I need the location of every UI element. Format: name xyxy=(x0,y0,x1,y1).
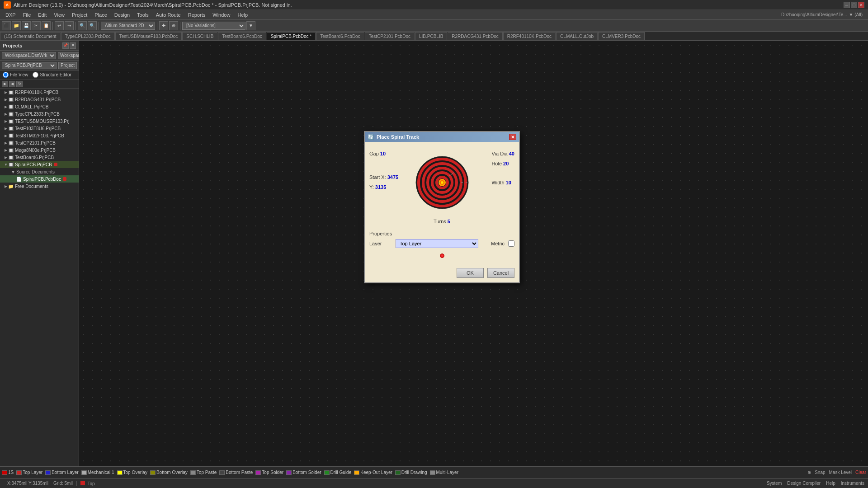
drill-drawing-item[interactable]: Drill Drawing xyxy=(395,470,427,475)
menu-project[interactable]: Project xyxy=(68,11,91,19)
toolbar-btn-zoom-out[interactable]: 🔍 xyxy=(88,21,97,30)
tab-typecpl[interactable]: TypeCPL2303.PcbDoc xyxy=(61,32,115,40)
top-layer-item[interactable]: Top Layer xyxy=(16,470,42,475)
tab-testboard[interactable]: TestBoard6.PcbDoc xyxy=(218,32,266,40)
tree-item-free-docs[interactable]: ▶ 📁 Free Documents xyxy=(0,183,79,190)
menu-tools[interactable]: Tools xyxy=(133,11,152,19)
tree-item-r2rdac[interactable]: ▶ 🔲 R2RDACG431.PrjPCB xyxy=(0,96,79,103)
workspace-combo[interactable]: Workspace1.DsnWrk xyxy=(2,52,56,59)
toolbar-btn-select[interactable]: ⊕ xyxy=(169,21,178,30)
top-overlay-item[interactable]: Top Overlay xyxy=(117,470,147,475)
tree-expand-button[interactable]: ▶ xyxy=(2,81,8,87)
bottom-paste-item[interactable]: Bottom Paste xyxy=(219,470,253,475)
tree-item-typecpl[interactable]: ▶ 🔲 TypeCPL2303.PrjPCB xyxy=(0,110,79,117)
project-icon-5: 🔲 xyxy=(8,119,14,124)
tab-clmver3[interactable]: CLMVER3.PcbDoc xyxy=(598,32,645,40)
toolbar-sep-4 xyxy=(157,22,157,30)
tab-r2rdac[interactable]: R2RDACG431.PcbDoc xyxy=(448,32,502,40)
menu-design[interactable]: Design xyxy=(111,11,133,19)
toolbar-btn-1[interactable]: ⬛ xyxy=(2,21,11,30)
tree-item-spiralpcb-doc[interactable]: 📄 SpiralPCB.PcbDoc xyxy=(0,175,79,183)
tab-schlib[interactable]: SCH.SCHLIB xyxy=(182,32,217,40)
tab-r2rf40[interactable]: R2RF40110K.PcbDoc xyxy=(503,32,556,40)
maximize-button[interactable]: □ xyxy=(851,2,857,8)
tree-item-testboard6[interactable]: ▶ 🔲 TestBoard6.PrjPCB xyxy=(0,154,79,161)
spiral-track-dialog[interactable]: 🔄 Place Spiral Track ✕ Gap 10 xyxy=(364,131,520,283)
menu-place[interactable]: Place xyxy=(91,11,111,19)
dialog-titlebar: 🔄 Place Spiral Track ✕ xyxy=(365,132,519,142)
top-layer-status-color xyxy=(80,481,85,485)
bottom-solder-item[interactable]: Bottom Solder xyxy=(286,470,321,475)
tree-item-teststm[interactable]: ▶ 🔲 TestSTM32F103.PrjPCB xyxy=(0,132,79,139)
menu-help[interactable]: Help xyxy=(234,11,251,19)
pcb-canvas[interactable]: 🔄 Place Spiral Track ✕ Gap 10 xyxy=(79,41,868,466)
instruments-label: Instruments xyxy=(841,481,864,486)
toolbar-btn-7[interactable]: ↪ xyxy=(65,21,74,30)
layer-select[interactable]: Top Layer Bottom Layer xyxy=(396,239,478,248)
mechanical1-layer-item[interactable]: Mechanical 1 xyxy=(81,470,114,475)
menu-dxp[interactable]: DXP xyxy=(2,11,19,19)
tab-testboard2[interactable]: TestBoard6.PcbDoc xyxy=(316,32,364,40)
menu-edit[interactable]: Edit xyxy=(34,11,50,19)
tree-item-r2rf40[interactable]: ▶ 🔲 R2RF40110K.PrjPCB xyxy=(0,89,79,96)
toolbar-btn-3[interactable]: 💾 xyxy=(22,21,31,30)
tree-item-testcp[interactable]: ▶ 🔲 TestCP2101.PrjPCB xyxy=(0,139,79,146)
tab-spiralpcb[interactable]: SpiralPCB.PcbDoc * xyxy=(267,32,316,40)
minimize-button[interactable]: ─ xyxy=(844,2,850,8)
tab-libpcb[interactable]: LIB.PCBLIB xyxy=(415,32,447,40)
modified-indicator xyxy=(54,163,57,166)
project-combo[interactable]: SpiralPCB.PrjPCB xyxy=(2,62,57,69)
project-icon-8: 🔲 xyxy=(8,141,14,145)
standard-view-combo[interactable]: Altium Standard 2D xyxy=(101,22,155,30)
keepout-layer-item[interactable]: Keep-Out Layer xyxy=(354,470,392,475)
metric-checkbox[interactable] xyxy=(508,240,514,247)
tab-testusb[interactable]: TestUSBMouseF103.PcbDoc xyxy=(115,32,182,40)
drill-guide-color xyxy=(324,470,330,475)
top-solder-item[interactable]: Top Solder xyxy=(255,470,283,475)
menu-window[interactable]: Window xyxy=(209,11,234,19)
active-layer-indicator[interactable]: 1S xyxy=(2,470,14,475)
tree-item-testf103[interactable]: ▶ 🔲 TestF103T8U6.PrjPCB xyxy=(0,125,79,132)
top-paste-item[interactable]: Top Paste xyxy=(190,470,217,475)
panel-pin-button[interactable]: 📌 xyxy=(62,42,69,49)
drill-guide-item[interactable]: Drill Guide xyxy=(324,470,352,475)
tab-clmall[interactable]: CLMALL.OutJob xyxy=(556,32,598,40)
toolbar-btn-var[interactable]: ▼ xyxy=(246,21,255,30)
structure-view-radio[interactable]: Structure Editor xyxy=(33,72,71,78)
menu-file[interactable]: File xyxy=(19,11,35,19)
menu-reports[interactable]: Reports xyxy=(184,11,209,19)
close-button[interactable]: ✕ xyxy=(858,2,864,8)
toolbar-btn-2[interactable]: 📁 xyxy=(12,21,21,30)
toolbar-btn-6[interactable]: ↩ xyxy=(55,21,64,30)
top-layer-color xyxy=(16,470,22,475)
file-view-radio[interactable]: File View xyxy=(3,72,28,78)
tab-testcp2101[interactable]: TestCP2101.PcbDoc xyxy=(365,32,415,40)
toolbar-btn-cross[interactable]: ✚ xyxy=(159,21,168,30)
bottom-overlay-color xyxy=(150,470,156,475)
tree-refresh-button[interactable]: ↻ xyxy=(16,81,23,87)
cancel-button[interactable]: Cancel xyxy=(487,268,514,278)
tree-collapse-button[interactable]: ◀ xyxy=(9,81,15,87)
tab-schematic[interactable]: (15) Schematic Document xyxy=(0,32,61,40)
bottom-overlay-item[interactable]: Bottom Overlay xyxy=(150,470,188,475)
tree-item-spiralpcb-proj[interactable]: ▼ 🔲 SpiralPCB.PrjPCB xyxy=(0,161,79,168)
toolbar-btn-zoom-in[interactable]: 🔍 xyxy=(78,21,87,30)
tree-item-mega8[interactable]: ▶ 🔲 Mega8NiXie.PrjPCB xyxy=(0,146,79,154)
tree-item-testusb[interactable]: ▶ 🔲 TESTUSBMOUSEF103.Prj xyxy=(0,117,79,125)
project-button[interactable]: Project xyxy=(58,62,77,69)
tree-item-clmall[interactable]: ▶ 🔲 CLMALL.PrjPCB xyxy=(0,103,79,110)
ok-button[interactable]: OK xyxy=(457,268,484,278)
title-text: Altium Designer (13.0) - D:\zhuoqing\Alt… xyxy=(14,2,292,8)
project-icon-3: 🔲 xyxy=(8,104,14,109)
hole-param: Hole 20 xyxy=(491,161,514,166)
variations-combo[interactable]: [No Variations] xyxy=(182,22,245,30)
menu-autoroute[interactable]: Auto Route xyxy=(152,11,184,19)
bottom-layer-item[interactable]: Bottom Layer xyxy=(45,470,78,475)
menu-view[interactable]: View xyxy=(50,11,68,19)
panel-close-button[interactable]: ✕ xyxy=(70,42,76,49)
dialog-close-button[interactable]: ✕ xyxy=(509,134,516,140)
toolbar-btn-4[interactable]: ✂ xyxy=(32,21,41,30)
multi-layer-item[interactable]: Multi-Layer xyxy=(430,470,458,475)
clear-button[interactable]: Clear xyxy=(855,470,866,475)
toolbar-btn-5[interactable]: 📋 xyxy=(42,21,51,30)
